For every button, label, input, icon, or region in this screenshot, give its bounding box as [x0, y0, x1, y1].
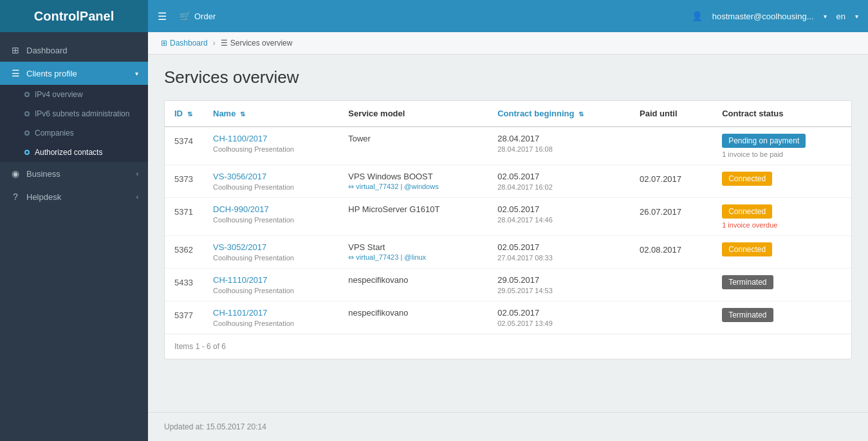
- service-link-4[interactable]: CH-1110/2017: [213, 275, 268, 285]
- lang-selector[interactable]: en: [836, 12, 845, 21]
- sidebar-authorized-contacts-label: Authorized contacts: [35, 148, 102, 157]
- cell-paid-until-2: 26.07.2017: [630, 198, 712, 236]
- status-badge-2: Connected: [722, 204, 772, 219]
- service-model-4: nespecifikovano: [348, 275, 408, 285]
- cell-contract-begin-3: 02.05.201727.04.2017 08:33: [488, 236, 630, 269]
- sidebar-item-companies[interactable]: Companies: [0, 123, 148, 143]
- service-model-3: VPS Start: [348, 242, 385, 252]
- table-row: 5433CH-1110/2017Coolhousing Presentation…: [165, 269, 851, 302]
- order-label: Order: [194, 12, 216, 21]
- ipv6-circle-icon: [24, 111, 30, 116]
- service-link-0[interactable]: CH-1100/2017: [213, 134, 268, 143]
- sidebar-item-dashboard[interactable]: ⊞ Dashboard: [0, 39, 148, 62]
- lang-dropdown-arrow[interactable]: ▾: [855, 13, 858, 20]
- cell-name-4: CH-1110/2017Coolhousing Presentation: [203, 269, 338, 302]
- sidebar-item-helpdesk[interactable]: ? Helpdesk ‹: [0, 185, 148, 208]
- service-link-5[interactable]: CH-1101/2017: [213, 308, 268, 318]
- breadcrumb-current-icon: ☰: [221, 39, 228, 48]
- cell-status-2: Connected1 invoice overdue: [712, 198, 851, 236]
- status-badge-5: Terminated: [722, 308, 773, 322]
- sidebar-item-ipv6[interactable]: IPv6 subnets administration: [0, 104, 148, 123]
- service-link-2[interactable]: DCH-990/2017: [213, 204, 269, 214]
- col-contract-beginning[interactable]: Contract beginning ⇅: [488, 101, 630, 127]
- service-link-3[interactable]: VS-3052/2017: [213, 242, 266, 252]
- cell-id-2: 5371: [165, 198, 203, 236]
- cell-name-3: VS-3052/2017Coolhousing Presentation: [203, 236, 338, 269]
- col-name-sort: ⇅: [240, 111, 245, 118]
- table-body: 5374CH-1100/2017Coolhousing Presentation…: [165, 127, 851, 334]
- cell-service-3: VPS Start⇔ virtual_77423 | @linux: [338, 236, 488, 269]
- status-note-2: 1 invoice overdue: [722, 221, 842, 229]
- cell-id-4: 5433: [165, 269, 203, 302]
- col-service-model: Service model: [338, 101, 488, 127]
- authorized-contacts-circle-icon: [24, 150, 30, 155]
- name-sub-0: Coolhousing Presentation: [213, 145, 329, 153]
- navbar-left: ☰ 🛒 Order: [148, 10, 682, 22]
- helpdesk-chevron: ‹: [136, 194, 138, 201]
- col-name-label: Name: [213, 109, 235, 118]
- cell-paid-until-3: 02.08.2017: [630, 236, 712, 269]
- table-card: ID ⇅ Name ⇅ Service model Contract begin…: [164, 100, 852, 359]
- cell-status-0: Pending on payment1 invoice to be paid: [712, 127, 851, 165]
- sidebar-submenu-clients: IPv4 overview IPv6 subnets administratio…: [0, 85, 148, 162]
- table-row: 5362VS-3052/2017Coolhousing Presentation…: [165, 236, 851, 269]
- cell-name-1: VS-3056/2017Coolhousing Presentation: [203, 165, 338, 198]
- user-email[interactable]: hostmaster@coolhousing...: [712, 12, 814, 21]
- brand: ControlPanel: [0, 0, 148, 32]
- col-name[interactable]: Name ⇅: [203, 101, 338, 127]
- order-link[interactable]: 🛒 Order: [180, 11, 216, 21]
- cell-service-5: nespecifikovano: [338, 302, 488, 334]
- hamburger-icon[interactable]: ☰: [158, 10, 167, 22]
- cell-paid-until-0: [630, 127, 712, 165]
- sidebar-business-label: Business: [26, 169, 60, 179]
- dashboard-icon: ⊞: [10, 45, 21, 55]
- breadcrumb: ⊞ Dashboard › ☰ Services overview: [148, 32, 868, 55]
- footer-text: Updated at: 15.05.2017 20:14: [164, 422, 266, 431]
- sidebar-companies-label: Companies: [35, 129, 74, 138]
- contract-begin-date-4: 29.05.2017: [497, 275, 620, 285]
- main-content: ⊞ Dashboard › ☰ Services overview Servic…: [148, 32, 868, 441]
- sidebar-item-authorized-contacts[interactable]: Authorized contacts: [0, 143, 148, 162]
- sidebar-item-ipv4[interactable]: IPv4 overview: [0, 85, 148, 104]
- services-table: ID ⇅ Name ⇅ Service model Contract begin…: [165, 101, 851, 334]
- breadcrumb-sep: ›: [213, 39, 216, 48]
- sidebar-item-business[interactable]: ◉ Business ‹: [0, 162, 148, 185]
- service-model-0: Tower: [348, 134, 371, 143]
- status-badge-4: Terminated: [722, 275, 773, 289]
- contract-begin-time-1: 28.04.2017 16:02: [497, 183, 620, 191]
- table-row: 5377CH-1101/2017Coolhousing Presentation…: [165, 302, 851, 334]
- ipv4-circle-icon: [24, 92, 30, 97]
- sidebar-item-clients-profile[interactable]: ☰ Clients profile ▾: [0, 62, 148, 85]
- table-row: 5374CH-1100/2017Coolhousing Presentation…: [165, 127, 851, 165]
- breadcrumb-dashboard-label: Dashboard: [170, 39, 208, 48]
- table-row: 5373VS-3056/2017Coolhousing Presentation…: [165, 165, 851, 198]
- cell-id-3: 5362: [165, 236, 203, 269]
- sidebar-dashboard-label: Dashboard: [26, 46, 68, 55]
- contract-begin-date-0: 28.04.2017: [497, 134, 620, 143]
- cell-service-0: Tower: [338, 127, 488, 165]
- name-sub-1: Coolhousing Presentation: [213, 183, 329, 191]
- clients-profile-icon: ☰: [10, 68, 21, 78]
- cell-id-0: 5374: [165, 127, 203, 165]
- breadcrumb-dashboard[interactable]: ⊞ Dashboard: [161, 39, 208, 48]
- cell-status-3: Connected: [712, 236, 851, 269]
- sidebar-ipv6-label: IPv6 subnets administration: [35, 109, 129, 118]
- cell-name-5: CH-1101/2017Coolhousing Presentation: [203, 302, 338, 334]
- contract-begin-time-0: 28.04.2017 16:08: [497, 145, 620, 153]
- contract-begin-time-2: 28.04.2017 14:46: [497, 216, 620, 224]
- user-dropdown-arrow[interactable]: ▾: [824, 13, 827, 20]
- clients-profile-chevron: ▾: [135, 70, 138, 77]
- cell-id-5: 5377: [165, 302, 203, 334]
- col-id[interactable]: ID ⇅: [165, 101, 203, 127]
- col-id-sort: ⇅: [187, 111, 192, 118]
- col-contract-status: Contract status: [712, 101, 851, 127]
- service-link-1[interactable]: VS-3056/2017: [213, 172, 266, 181]
- navbar: ControlPanel ☰ 🛒 Order 👤 hostmaster@cool…: [0, 0, 868, 32]
- col-paid-until: Paid until: [630, 101, 712, 127]
- cell-paid-until-4: [630, 269, 712, 302]
- cell-service-1: VPS Windows BOOST⇔ virtual_77432 | @wind…: [338, 165, 488, 198]
- contract-begin-date-1: 02.05.2017: [497, 172, 620, 181]
- col-contract-label: Contract beginning: [497, 109, 574, 118]
- sidebar-clients-profile-label: Clients profile: [26, 69, 77, 78]
- cell-contract-begin-4: 29.05.201729.05.2017 14:53: [488, 269, 630, 302]
